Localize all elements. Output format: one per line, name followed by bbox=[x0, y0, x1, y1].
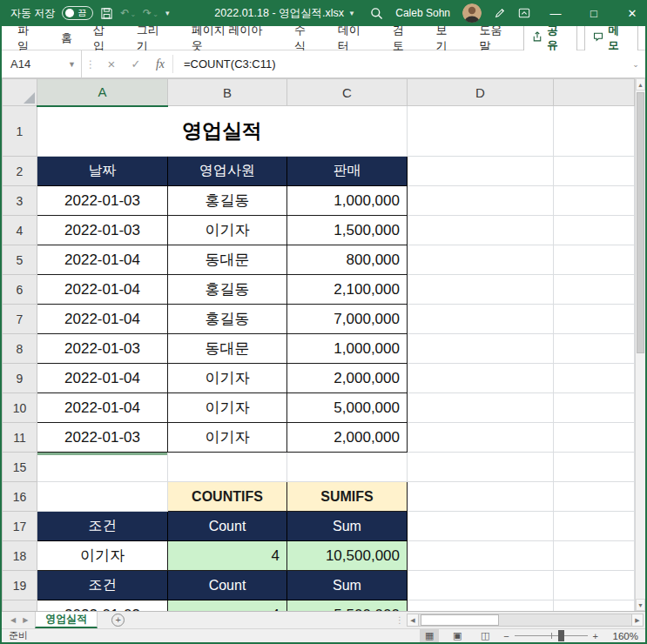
formula-bar-expand-icon[interactable]: ⌄ bbox=[626, 50, 645, 77]
cell-B20[interactable]: 4 bbox=[168, 600, 287, 612]
cell-C16[interactable]: SUMIFS bbox=[287, 482, 408, 512]
cell-filler-7[interactable] bbox=[554, 305, 635, 334]
close-button[interactable]: ✕ bbox=[619, 0, 645, 26]
sheet-tab[interactable]: 영업실적 bbox=[35, 612, 98, 628]
zoom-level[interactable]: 160% bbox=[607, 631, 638, 641]
cell-C18[interactable]: 10,500,000 bbox=[287, 541, 408, 571]
cell-filler-15[interactable] bbox=[554, 453, 635, 482]
cell-C3[interactable]: 1,000,000 bbox=[287, 186, 408, 216]
row-header-16[interactable]: 16 bbox=[3, 482, 37, 512]
column-header-C[interactable]: C bbox=[287, 79, 408, 106]
horizontal-scroll-thumb[interactable] bbox=[421, 614, 499, 626]
row-header-4[interactable]: 4 bbox=[3, 216, 37, 245]
column-header-D[interactable]: D bbox=[408, 79, 554, 106]
row-header-8[interactable]: 8 bbox=[3, 334, 37, 364]
sheet-nav-right-icon[interactable]: ▶ bbox=[23, 616, 28, 624]
avatar[interactable] bbox=[462, 3, 482, 23]
cell-D18[interactable] bbox=[408, 541, 554, 571]
row-header-9[interactable]: 9 bbox=[3, 364, 37, 393]
scroll-left-icon[interactable]: ◀ bbox=[407, 614, 419, 627]
cell-A18[interactable]: 이기자 bbox=[37, 541, 168, 571]
ribbon-tab-7[interactable]: 데이터 bbox=[327, 26, 382, 50]
zoom-out-icon[interactable]: − bbox=[503, 631, 509, 641]
row-header-10[interactable]: 10 bbox=[3, 393, 37, 423]
cell-B7[interactable]: 홍길동 bbox=[168, 305, 287, 334]
cell-A17[interactable]: 조건 bbox=[37, 512, 168, 541]
cell-C20[interactable]: 5,500,000 bbox=[287, 600, 408, 612]
cell-C15[interactable] bbox=[287, 453, 408, 482]
cell-C10[interactable]: 5,000,000 bbox=[287, 393, 408, 423]
cell-D11[interactable] bbox=[408, 423, 554, 453]
cell-filler-9[interactable] bbox=[554, 364, 635, 393]
cell-A1[interactable]: 영업실적 bbox=[37, 106, 408, 157]
cell-A3[interactable]: 2022-01-03 bbox=[37, 186, 168, 216]
row-header-15[interactable]: 15 bbox=[3, 453, 37, 482]
cell-C9[interactable]: 2,000,000 bbox=[287, 364, 408, 393]
cell-D16[interactable] bbox=[408, 482, 554, 512]
cell-A16[interactable] bbox=[37, 482, 168, 512]
cell-B17[interactable]: Count bbox=[168, 512, 287, 541]
cell-D3[interactable] bbox=[408, 186, 554, 216]
select-all-corner[interactable] bbox=[3, 79, 37, 106]
ribbon-tab-10[interactable]: 도움말 bbox=[468, 26, 523, 50]
cell-D17[interactable] bbox=[408, 512, 554, 541]
cell-C8[interactable]: 1,000,000 bbox=[287, 334, 408, 364]
cell-B10[interactable]: 이기자 bbox=[168, 393, 287, 423]
ribbon-tab-5[interactable]: 페이지 레이아웃 bbox=[181, 26, 284, 50]
cell-C4[interactable]: 1,500,000 bbox=[287, 216, 408, 245]
insert-function-icon[interactable]: fx bbox=[148, 50, 172, 77]
cell-B2[interactable]: 영업사원 bbox=[168, 157, 287, 186]
scroll-right-icon[interactable]: ▶ bbox=[631, 614, 644, 627]
column-header-A[interactable]: A bbox=[37, 79, 168, 106]
ribbon-tab-1[interactable]: 파일 bbox=[7, 26, 51, 50]
name-box[interactable]: A14 ▼ bbox=[2, 50, 82, 77]
ink-pen-icon[interactable] bbox=[494, 7, 506, 19]
ribbon-tab-4[interactable]: 그리기 bbox=[126, 26, 181, 50]
zoom-slider[interactable] bbox=[515, 635, 588, 636]
cell-filler-17[interactable] bbox=[554, 512, 635, 541]
cell-C6[interactable]: 2,100,000 bbox=[287, 275, 408, 305]
cell-B9[interactable]: 이기자 bbox=[168, 364, 287, 393]
ribbon-display-options-icon[interactable] bbox=[518, 7, 530, 19]
ribbon-tab-8[interactable]: 검토 bbox=[382, 26, 426, 50]
cell-filler-18[interactable] bbox=[554, 541, 635, 571]
cell-A20[interactable]: 2022-01-03 bbox=[37, 600, 168, 612]
row-header-11[interactable]: 11 bbox=[3, 423, 37, 453]
row-header-19[interactable]: 19 bbox=[3, 571, 37, 600]
column-header-B[interactable]: B bbox=[168, 79, 287, 106]
row-header-17[interactable]: 17 bbox=[3, 512, 37, 541]
ribbon-tab-2[interactable]: 홈 bbox=[51, 26, 83, 50]
cell-filler-16[interactable] bbox=[554, 482, 635, 512]
autosave-toggle[interactable]: 끔 bbox=[62, 6, 93, 20]
cell-filler-1[interactable] bbox=[554, 106, 635, 157]
cell-B11[interactable]: 이기자 bbox=[168, 423, 287, 453]
cell-A9[interactable]: 2022-01-04 bbox=[37, 364, 168, 393]
cell-D2[interactable] bbox=[408, 157, 554, 186]
cell-D10[interactable] bbox=[408, 393, 554, 423]
zoom-in-icon[interactable]: + bbox=[593, 631, 598, 641]
row-header-2[interactable]: 2 bbox=[3, 157, 37, 186]
cell-B6[interactable]: 홍길동 bbox=[168, 275, 287, 305]
cell-A15[interactable] bbox=[37, 453, 168, 482]
cell-B16[interactable]: COUNTIFS bbox=[168, 482, 287, 512]
document-title[interactable]: 2022.01.18 - 영업실적.xlsx ▼ bbox=[214, 6, 355, 21]
row-header-5[interactable]: 5 bbox=[3, 245, 37, 275]
page-layout-view-icon[interactable]: ▣ bbox=[448, 629, 467, 642]
horizontal-scroll-track[interactable] bbox=[419, 614, 631, 627]
cell-A5[interactable]: 2022-01-04 bbox=[37, 245, 168, 275]
vertical-scroll-thumb[interactable] bbox=[637, 92, 644, 353]
ribbon-tab-6[interactable]: 수식 bbox=[284, 26, 327, 50]
row-header-20[interactable]: 20 bbox=[3, 600, 37, 612]
cell-filler-19[interactable] bbox=[554, 571, 635, 600]
cell-B19[interactable]: Count bbox=[168, 571, 287, 600]
cell-D15[interactable] bbox=[408, 453, 554, 482]
cell-filler-2[interactable] bbox=[554, 157, 635, 186]
cell-A19[interactable]: 조건 bbox=[37, 571, 168, 600]
namebox-dropdown-icon[interactable]: ▼ bbox=[68, 60, 76, 69]
cell-A2[interactable]: 날짜 bbox=[37, 157, 168, 186]
add-sheet-button[interactable]: + bbox=[111, 614, 125, 627]
cell-A11[interactable]: 2022-01-03 bbox=[37, 423, 168, 453]
cell-D7[interactable] bbox=[408, 305, 554, 334]
cell-filler-11[interactable] bbox=[554, 423, 635, 453]
column-header-blank[interactable] bbox=[554, 79, 635, 106]
